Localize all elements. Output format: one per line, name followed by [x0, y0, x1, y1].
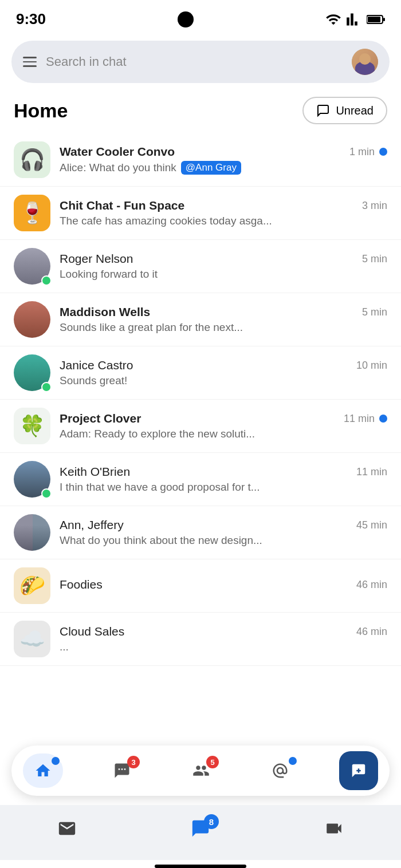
- preview-text: What do you think about the new design..…: [60, 534, 262, 547]
- search-bar[interactable]: Search in chat: [11, 41, 390, 83]
- online-dot: [41, 488, 52, 499]
- chat-content: Cloud Sales 46 min ...: [60, 625, 387, 653]
- chat-item-keith-obrien[interactable]: Keith O'Brien 11 min I thin that we have…: [0, 453, 401, 506]
- chat-item-ann-jeffery[interactable]: Ann, Jeffery 45 min What do you think ab…: [0, 506, 401, 559]
- chat-preview: The cafe has amazing cookies today asga.…: [60, 215, 387, 227]
- chat-preview: Adam: Ready to explore the new soluti...: [60, 428, 387, 440]
- chat-top: Ann, Jeffery 45 min: [60, 518, 387, 532]
- page-title: Home: [14, 100, 68, 122]
- chat-item-cloud-sales[interactable]: ☁️ Cloud Sales 46 min ...: [0, 613, 401, 666]
- chat-name: Janice Castro: [60, 358, 133, 372]
- status-time: 9:30: [16, 10, 46, 28]
- chat-preview: Sounds like a great plan for the next...: [60, 321, 387, 334]
- chat-item-maddison-wells[interactable]: Maddison Wells 5 min Sounds like a great…: [0, 293, 401, 346]
- chat-time: 3 min: [362, 200, 387, 212]
- chat-top: Project Clover 11 min: [60, 412, 387, 425]
- chat-item-roger-nelson[interactable]: Roger Nelson 5 min Looking forward to it: [0, 240, 401, 293]
- mention-tag: @Ann Gray: [181, 161, 241, 175]
- chat-name: Keith O'Brien: [60, 465, 130, 479]
- online-dot: [41, 382, 52, 392]
- chat-name: Ann, Jeffery: [60, 518, 124, 532]
- chat-time-wrap: 46 min: [356, 579, 387, 591]
- preview-text: Adam: Ready to explore the new soluti...: [60, 428, 255, 440]
- unread-label: Unread: [336, 104, 374, 117]
- chat-top: Janice Castro 10 min: [60, 358, 387, 372]
- battery-icon: [367, 14, 385, 25]
- chat-preview: What do you think about the new design..…: [60, 534, 387, 547]
- chat-content: Keith O'Brien 11 min I thin that we have…: [60, 465, 387, 494]
- chat-preview: Alice: What do you think @Ann Gray: [60, 161, 387, 175]
- chat-time-wrap: 3 min: [362, 200, 387, 212]
- chat-name: Water Cooler Convo: [60, 145, 175, 159]
- chat-name: Roger Nelson: [60, 252, 133, 266]
- chat-time-wrap: 11 min: [356, 466, 387, 478]
- chat-avatar: 🍀: [14, 408, 50, 444]
- teams-badge: 5: [206, 756, 219, 768]
- chat-name: Project Clover: [60, 412, 141, 425]
- chat-content: Project Clover 11 min Adam: Ready to exp…: [60, 412, 387, 440]
- chat-time: 1 min: [349, 146, 375, 158]
- chat-preview: I thin that we have a good proposal for …: [60, 481, 387, 494]
- compose-icon: [350, 762, 367, 779]
- chat-item-project-clover[interactable]: 🍀 Project Clover 11 min Adam: Ready to e…: [0, 400, 401, 453]
- unread-icon: [316, 104, 330, 117]
- menu-button[interactable]: [23, 57, 37, 67]
- chat-top: Foodies 46 min: [60, 578, 387, 591]
- chat-item-foodies[interactable]: 🌮 Foodies 46 min: [0, 559, 401, 613]
- wifi-icon: [325, 11, 341, 27]
- chat-content: Janice Castro 10 min Sounds great!: [60, 358, 387, 387]
- chat-time: 46 min: [356, 626, 387, 638]
- chat-avatar: [14, 301, 50, 338]
- bottom-nav-mail[interactable]: [44, 814, 90, 843]
- preview-text: Looking forward to it: [60, 268, 158, 281]
- nav-teams[interactable]: 5: [181, 753, 221, 788]
- nav-mentions[interactable]: [260, 753, 300, 788]
- nav-chats[interactable]: 3: [102, 753, 142, 788]
- svg-rect-2: [383, 18, 385, 21]
- bottom-area: 3 5: [0, 745, 401, 868]
- unread-button[interactable]: Unread: [302, 97, 387, 124]
- status-icons: [325, 11, 385, 27]
- chat-content: Chit Chat - Fun Space 3 min The cafe has…: [60, 199, 387, 227]
- unread-indicator: [379, 148, 387, 156]
- status-bar: 9:30: [0, 0, 401, 34]
- chat-item-janice-castro[interactable]: Janice Castro 10 min Sounds great!: [0, 346, 401, 400]
- chat-time: 46 min: [356, 579, 387, 591]
- chat-avatar: 🎧: [14, 141, 50, 178]
- home-icon: [34, 762, 52, 779]
- chat-top: Chit Chat - Fun Space 3 min: [60, 199, 387, 212]
- floating-nav: 3 5: [11, 745, 390, 796]
- unread-indicator: [379, 415, 387, 423]
- chat-content: Maddison Wells 5 min Sounds like a great…: [60, 305, 387, 334]
- chat-content: Roger Nelson 5 min Looking forward to it: [60, 252, 387, 281]
- user-avatar[interactable]: [352, 49, 378, 75]
- chat-avatar: 🍷: [14, 195, 50, 231]
- chat-top: Maddison Wells 5 min: [60, 305, 387, 319]
- bottom-nav-video[interactable]: [311, 814, 357, 843]
- chat-item-chit-chat[interactable]: 🍷 Chit Chat - Fun Space 3 min The cafe h…: [0, 187, 401, 240]
- search-input[interactable]: Search in chat: [46, 54, 343, 69]
- chat-item-water-cooler[interactable]: 🎧 Water Cooler Convo 1 min Alice: What d…: [0, 133, 401, 187]
- chat-time-wrap: 45 min: [356, 519, 387, 531]
- chat-preview: ...: [60, 641, 387, 653]
- chat-time-wrap: 5 min: [362, 253, 387, 265]
- chat-time: 11 min: [344, 413, 375, 425]
- chat-preview: Sounds great!: [60, 374, 387, 387]
- chat-content: Ann, Jeffery 45 min What do you think ab…: [60, 518, 387, 547]
- chat-time: 5 min: [362, 253, 387, 265]
- bottom-nav-chat[interactable]: 8: [178, 814, 223, 843]
- compose-button[interactable]: [339, 751, 378, 790]
- signal-icon: [346, 11, 362, 27]
- chat-avatar: [14, 354, 50, 391]
- chat-list: 🎧 Water Cooler Convo 1 min Alice: What d…: [0, 133, 401, 666]
- chat-time-wrap: 5 min: [362, 306, 387, 318]
- chat-time-wrap: 11 min: [344, 413, 387, 425]
- chat-name: Chit Chat - Fun Space: [60, 199, 184, 212]
- chat-avatar: [14, 248, 50, 285]
- chat-time-wrap: 46 min: [356, 626, 387, 638]
- preview-text: Alice: What do you think: [60, 161, 176, 174]
- mentions-icon: [272, 762, 289, 779]
- nav-home[interactable]: [23, 753, 63, 788]
- home-header: Home Unread: [0, 92, 401, 133]
- home-badge: [52, 757, 60, 765]
